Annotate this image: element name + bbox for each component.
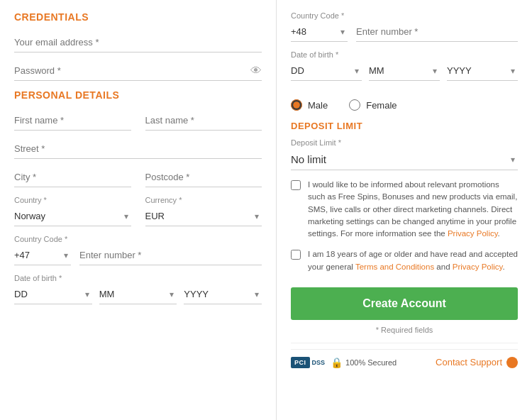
city-input[interactable] — [14, 167, 131, 187]
pci-label: PCI — [291, 357, 310, 368]
left-dob-dd-wrapper: DD — [14, 284, 92, 304]
left-dob-dd-select[interactable]: DD — [14, 284, 92, 304]
right-dob-label: Date of birth * — [291, 50, 518, 59]
left-dob-row: DD MM YYYY — [14, 284, 262, 313]
female-radio-label[interactable]: Female — [349, 99, 397, 111]
secured-text: 100% Secured — [345, 358, 397, 367]
left-phone-code-select[interactable]: +47 +48 +49 — [14, 245, 71, 265]
eye-icon[interactable]: 👁 — [250, 65, 262, 77]
personal-details-title: PERSONAL DETAILS — [14, 89, 262, 101]
city-group — [14, 167, 131, 187]
postcode-group — [145, 167, 262, 187]
create-account-button[interactable]: Create Account — [291, 287, 518, 320]
street-input[interactable] — [14, 139, 262, 159]
terms-link[interactable]: Terms and Conditions — [355, 262, 434, 271]
right-phone-code-wrapper: +48 +47 +49 — [291, 22, 348, 42]
right-phone-code-select[interactable]: +48 +47 +49 — [291, 22, 348, 42]
right-phone-input[interactable] — [356, 22, 518, 42]
left-phone-number-group — [79, 245, 262, 265]
country-currency-row: Country * Norway Sweden Denmark Currency… — [14, 196, 262, 235]
firstname-group — [14, 111, 131, 131]
male-radio[interactable] — [291, 99, 302, 111]
credentials-title: CREDENTIALS — [14, 11, 262, 23]
country-label: Country * — [14, 196, 131, 204]
city-postcode-row — [14, 167, 262, 196]
left-dob-dd-group: DD — [14, 284, 92, 304]
password-group: 👁 — [14, 61, 262, 81]
right-dob-mm-wrapper: MM — [369, 61, 440, 81]
terms-text: I am 18 years of age or older and have r… — [308, 248, 518, 273]
right-dob-yyyy-wrapper: YYYY — [447, 61, 518, 81]
footer-bar: PCI DSS 🔒 100% Secured Contact Support — [291, 349, 518, 368]
deposit-limit-select-wrapper: No limit 100 200 500 1000 — [291, 149, 518, 170]
right-dob-yyyy-select[interactable]: YYYY — [447, 61, 518, 81]
currency-select[interactable]: EUR USD GBP — [145, 206, 262, 226]
promotions-text: I would like to be informed about releva… — [308, 179, 518, 240]
required-note: * Required fields — [291, 326, 518, 334]
terms-checkbox[interactable] — [291, 250, 301, 260]
dss-label: DSS — [312, 359, 326, 366]
right-dob-dd-select[interactable]: DD — [291, 61, 362, 81]
deposit-limit-select[interactable]: No limit 100 200 500 1000 — [291, 149, 518, 170]
right-dob-mm-group: MM — [369, 61, 440, 81]
right-phone-row: +48 +47 +49 — [291, 22, 518, 42]
female-radio[interactable] — [349, 99, 360, 111]
left-phone-group: Country Code * +47 +48 +49 — [14, 235, 262, 265]
left-country-code-label: Country Code * — [14, 235, 262, 243]
currency-select-wrapper: EUR USD GBP — [145, 206, 262, 226]
street-group — [14, 139, 262, 159]
left-phone-code-wrapper: +47 +48 +49 — [14, 245, 71, 265]
secured-badge: 🔒 100% Secured — [331, 357, 397, 368]
terms-checkbox-group: I am 18 years of age or older and have r… — [291, 248, 518, 273]
left-dob-yyyy-select[interactable]: YYYY — [184, 284, 262, 304]
contact-support-label: Contact Support — [436, 357, 502, 368]
right-country-code-label: Country Code * — [291, 11, 518, 20]
currency-label: Currency * — [145, 196, 262, 204]
right-phone-number-group — [356, 22, 518, 42]
gender-group: Male Female — [291, 99, 518, 111]
male-label: Male — [308, 100, 328, 111]
left-dob-yyyy-wrapper: YYYY — [184, 284, 262, 304]
email-group — [14, 33, 262, 52]
male-radio-label[interactable]: Male — [291, 99, 328, 111]
right-dob-row: DD MM YYYY — [291, 61, 518, 89]
left-dob-mm-select[interactable]: MM — [99, 284, 177, 304]
name-row — [14, 111, 262, 139]
left-dob-mm-wrapper: MM — [99, 284, 177, 304]
lock-icon: 🔒 — [331, 357, 343, 368]
pci-dss-badge: PCI DSS — [291, 357, 325, 368]
right-dob-dd-wrapper: DD — [291, 61, 362, 81]
right-dob-yyyy-group: YYYY — [447, 61, 518, 81]
lastname-input[interactable] — [145, 111, 262, 131]
country-select-wrapper: Norway Sweden Denmark — [14, 206, 131, 226]
left-phone-row: +47 +48 +49 — [14, 245, 262, 265]
deposit-limit-label: Deposit Limit * — [291, 138, 518, 147]
right-dob-mm-select[interactable]: MM — [369, 61, 440, 81]
country-group: Country * Norway Sweden Denmark — [14, 196, 131, 226]
left-dob-yyyy-group: YYYY — [184, 284, 262, 304]
email-input[interactable] — [14, 33, 262, 52]
privacy-policy-link-1[interactable]: Privacy Policy — [448, 229, 498, 238]
left-dob-label: Date of birth * — [14, 274, 262, 282]
support-dot-icon — [506, 357, 518, 368]
footer-divider — [291, 343, 518, 343]
contact-support-link[interactable]: Contact Support — [436, 357, 518, 368]
password-input[interactable] — [14, 61, 262, 81]
right-phone-group: Country Code * +48 +47 +49 — [291, 11, 518, 42]
right-panel: Country Code * +48 +47 +49 Date of birth… — [277, 0, 532, 420]
left-phone-input[interactable] — [79, 245, 262, 265]
deposit-limit-title: DEPOSIT LIMIT — [291, 121, 518, 131]
postcode-input[interactable] — [145, 167, 262, 187]
privacy-policy-link-2[interactable]: Privacy Policy — [453, 262, 503, 271]
deposit-limit-group: Deposit Limit * No limit 100 200 500 100… — [291, 138, 518, 170]
promotions-checkbox[interactable] — [291, 180, 301, 190]
left-panel: CREDENTIALS 👁 PERSONAL DETAILS Country * — [0, 0, 277, 420]
left-dob-group: Date of birth * DD MM YY — [14, 274, 262, 313]
right-dob-dd-group: DD — [291, 61, 362, 81]
right-dob-group: Date of birth * DD MM YY — [291, 50, 518, 89]
promotions-checkbox-group: I would like to be informed about releva… — [291, 179, 518, 240]
female-label: Female — [366, 100, 397, 111]
firstname-input[interactable] — [14, 111, 131, 131]
lastname-group — [145, 111, 262, 131]
country-select[interactable]: Norway Sweden Denmark — [14, 206, 131, 226]
